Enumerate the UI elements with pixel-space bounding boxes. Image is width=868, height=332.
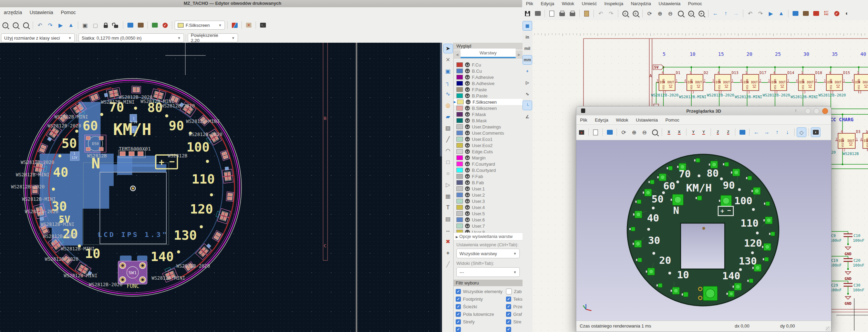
axes-origin-icon[interactable] — [605, 128, 614, 137]
refresh-icon[interactable]: ⟳ — [645, 9, 654, 18]
sw1-footprint[interactable]: SW1 — [118, 261, 147, 284]
pcb-titlebar[interactable]: MZ_TACHO — Edytor obwodów drukowanych — [0, 0, 522, 7]
viewer3d-menu-2[interactable]: Widok — [612, 117, 632, 123]
resize-grip[interactable] — [826, 326, 830, 331]
layer-row-F.Paste[interactable]: F.Paste — [454, 86, 523, 93]
layer-row-F.Silkscreen[interactable]: ▶F.Silkscreen — [454, 99, 523, 105]
sch-menu-4[interactable]: Inspekcja — [600, 0, 627, 7]
layer-visibility-eye-icon[interactable] — [465, 186, 470, 191]
layer-visibility-eye-icon[interactable] — [465, 75, 470, 80]
filter-checkbox[interactable]: ✓ — [506, 297, 511, 302]
sch-menu-2[interactable]: Widok — [558, 0, 578, 7]
rectangle-tool[interactable]: □ — [444, 158, 453, 167]
layer-row-B.Courtyard[interactable]: B.Courtyard — [454, 167, 523, 173]
filter-checkbox[interactable]: ✓ — [456, 297, 461, 302]
minimize-button[interactable] — [805, 108, 811, 114]
filter-checkbox[interactable]: ✓ — [456, 327, 461, 332]
origin-tool[interactable]: + — [444, 249, 453, 258]
lock-icon[interactable] — [101, 21, 110, 30]
layer-color-swatch[interactable] — [456, 180, 463, 185]
pin-window-icon[interactable]: ↑ — [795, 108, 797, 113]
sch-menu-3[interactable]: Umieść — [578, 0, 600, 7]
pcb-menu-1[interactable]: Ustawienia — [26, 9, 57, 16]
layer-visibility-eye-icon[interactable] — [465, 81, 470, 86]
zoom-fit-icon[interactable] — [650, 128, 659, 137]
layer-row-User.5[interactable]: User.5 — [454, 210, 523, 217]
layer-row-User.7[interactable]: User.7 — [454, 223, 523, 229]
layer-color-swatch[interactable] — [456, 211, 463, 216]
zoom-selection-icon[interactable]: ➤ — [697, 9, 706, 18]
layer-row-B.Adhesive[interactable]: B.Adhesive — [454, 80, 523, 86]
zoom-fit-icon[interactable] — [676, 9, 685, 18]
save-icon[interactable] — [523, 9, 532, 18]
layer-row-User.Drawings[interactable]: User.Drawings — [454, 124, 523, 130]
layer-visibility-eye-icon[interactable] — [465, 193, 470, 197]
pan-right-icon[interactable]: → — [762, 128, 771, 137]
pcb-canvas[interactable]: BCLCD IPS 1.3"D5013.3V1112V+−SW1FUNC1020… — [0, 43, 442, 332]
viewer3d-titlebar[interactable]: Przeglądarka 3D ↑ — [576, 106, 831, 115]
layer-visibility-eye-icon[interactable] — [465, 69, 470, 73]
layer-visibility-eye-icon[interactable] — [465, 174, 470, 179]
layer-color-swatch[interactable] — [456, 155, 463, 160]
layer-color-swatch[interactable] — [456, 137, 463, 142]
layer-row-User.2[interactable]: User.2 — [454, 192, 523, 198]
layer-color-swatch[interactable] — [457, 100, 464, 104]
layer-visibility-eye-icon[interactable] — [465, 155, 470, 160]
sch-menu-1[interactable]: Edycja — [537, 0, 558, 7]
sch-menu-7[interactable]: Pomoc — [684, 0, 706, 7]
cursor-tool[interactable]: ➤ — [444, 44, 453, 53]
filter-checkbox[interactable]: ✓ — [456, 289, 461, 294]
layer-color-swatch[interactable] — [456, 174, 463, 179]
zoom-page-icon[interactable]: ▭ — [686, 9, 695, 18]
layer-row-Edge.Cuts[interactable]: Edge.Cuts — [454, 148, 523, 155]
drc-icon[interactable]: ✓ — [161, 21, 169, 30]
layer-row-B.Fab[interactable]: B.Fab — [454, 179, 523, 186]
footprint-tool[interactable]: ▣ — [444, 67, 453, 76]
layer-visibility-eye-icon[interactable] — [465, 168, 470, 173]
line-tool[interactable]: ╱ — [444, 135, 453, 144]
textbox-tool[interactable]: ▤ — [444, 215, 453, 224]
layer-visibility-eye-icon[interactable] — [465, 62, 470, 67]
rotate-y-ccw-icon[interactable]: Y — [689, 128, 698, 137]
layer-visibility-eye-icon[interactable] — [465, 162, 470, 166]
flip-board-icon[interactable]: ▲ — [66, 21, 75, 30]
update-pcb-icon[interactable] — [150, 21, 159, 30]
unlock-icon[interactable] — [112, 21, 121, 30]
filter-checkbox[interactable]: ✓ — [456, 304, 461, 309]
layer-row-F.Adhesive[interactable]: F.Adhesive — [454, 74, 523, 80]
undo-icon[interactable]: ↶ — [596, 9, 605, 18]
nav-up-icon[interactable]: ↑ — [721, 9, 730, 18]
hidden-pins-tool[interactable]: ▷ — [523, 78, 532, 87]
zoom-out-icon[interactable]: − — [11, 21, 20, 30]
sheet-settings-icon[interactable] — [533, 9, 542, 18]
vertical-scrollbar-thumb[interactable] — [440, 43, 442, 156]
circle-tool[interactable]: ○ — [444, 169, 453, 178]
layer-row-B.Mask[interactable]: B.Mask — [454, 117, 523, 124]
high-contrast-icon[interactable] — [230, 21, 239, 30]
layer-color-swatch[interactable] — [456, 149, 463, 154]
ratsnest-icon[interactable]: ✕ — [244, 21, 253, 30]
layer-color-swatch[interactable] — [456, 112, 463, 117]
views-dropdown[interactable]: ---▼ — [456, 267, 520, 277]
paste-icon[interactable] — [582, 9, 591, 18]
browse-library-icon[interactable] — [801, 9, 810, 18]
grid-toggle-tool[interactable]: ▦ — [523, 21, 532, 30]
viewer3d-menu-1[interactable]: Edycja — [591, 117, 612, 123]
rotate-x-ccw-icon[interactable]: X — [664, 128, 673, 137]
viewer3d-viewport[interactable]: 102030405060708090100110120130140KM/HN+− — [576, 140, 831, 321]
group-icon[interactable]: ▢ — [91, 21, 100, 30]
pan-down-icon[interactable]: ↓ — [783, 128, 792, 137]
layer-visibility-eye-icon[interactable] — [465, 118, 470, 123]
arc-tool[interactable]: ◠ — [444, 146, 453, 155]
zoom-dropdown[interactable]: Powiększenie 2,20▼ — [188, 33, 238, 42]
print-icon[interactable] — [558, 9, 567, 18]
layer-color-swatch[interactable] — [456, 62, 463, 67]
viewer3d-menu-0[interactable]: Plik — [576, 117, 591, 123]
layer-color-swatch[interactable] — [456, 186, 463, 191]
layer-row-F.Cu[interactable]: F.Cu — [454, 62, 523, 68]
layer-color-swatch[interactable] — [456, 168, 463, 173]
hv-wires-tool[interactable]: └ — [523, 101, 532, 110]
layer-visibility-eye-icon[interactable] — [465, 143, 470, 148]
tune-length-tool[interactable]: ∿ — [444, 90, 453, 98]
layer-row-B.Silkscreen[interactable]: B.Silkscreen — [454, 105, 523, 111]
